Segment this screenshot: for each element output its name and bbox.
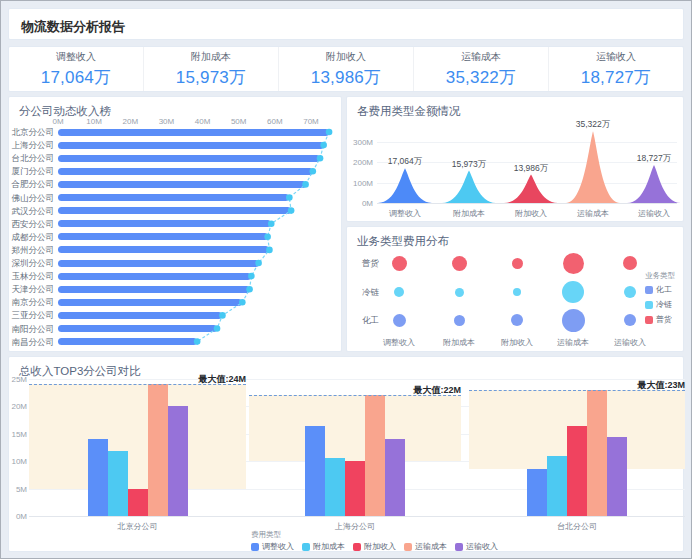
x-axis-category: 台北分公司 [532,521,622,532]
bubble[interactable] [624,314,636,326]
legend-item[interactable]: 冷链 [645,299,675,310]
bubble[interactable] [393,314,406,327]
series-bar[interactable] [345,461,365,516]
bubble[interactable] [511,314,523,326]
gridline [377,203,677,204]
bubble[interactable] [512,258,523,269]
rank-bar[interactable] [58,207,291,214]
series-bar[interactable] [365,395,385,516]
rank-bar[interactable] [58,338,197,345]
legend-items-row: 调整收入附加成本附加收入运输成本运输收入 [251,541,498,552]
series-bar[interactable] [527,469,547,516]
x-axis-tick: 30M [154,117,178,126]
legend-item-label: 运输收入 [466,541,498,552]
rank-bar[interactable] [58,142,324,149]
rank-bar[interactable] [58,194,289,201]
series-bar[interactable] [385,439,405,516]
rank-bar[interactable] [58,299,242,306]
kpi-value: 17,064万 [41,66,111,89]
series-bar[interactable] [168,406,188,516]
row-label: 郑州分公司 [9,245,54,257]
x-axis-tick: 10M [82,117,106,126]
x-axis-category: 附加收入 [489,337,545,348]
mark-area [249,395,461,461]
y-axis-tick: 20M [3,402,27,411]
kpi-bar: 调整收入 17,064万 附加成本 15,973万 附加收入 13,986万 运… [8,46,684,92]
bubble[interactable] [454,315,465,326]
rank-bar[interactable] [58,312,222,319]
y-axis-tick: 0M [349,199,373,208]
business-type-bubble-chart: 普货冷链化工调整收入附加成本附加收入运输成本运输收入业务类型化工冷链普货 [347,227,683,351]
series-bar[interactable] [567,426,587,516]
bubble[interactable] [562,309,585,332]
row-label: 南昌分公司 [9,337,54,349]
branch-ranking-chart: 0M10M20M30M40M50M60M70M北京分公司上海分公司台北分公司厦门… [9,97,341,351]
series-bar[interactable] [607,437,627,516]
rank-bar[interactable] [58,286,250,293]
row-label: 化工 [351,315,379,327]
rank-bar[interactable] [58,168,313,175]
x-axis-category: 北京分公司 [93,521,183,532]
rank-bar[interactable] [58,129,329,136]
peak-value-label: 18,727万 [624,153,684,165]
x-axis-category: 运输成本 [563,208,623,219]
bubble[interactable] [513,288,521,296]
peak-value-label: 17,064万 [375,156,435,168]
panel-cost-type-amounts: 各费用类型金额情况 0M100M200M300M17,064万调整收入15,97… [346,96,684,222]
legend-item[interactable]: 调整收入 [251,541,294,552]
max-value-label: 最大值:24M [166,373,246,386]
row-label: 冷链 [351,287,379,299]
legend-item[interactable]: 普货 [645,314,675,325]
rank-bar[interactable] [58,220,271,227]
row-label: 厦门分公司 [9,166,54,178]
series-bar[interactable] [88,439,108,516]
series-bar[interactable] [547,456,567,516]
kpi-value: 35,322万 [446,66,516,89]
bubble[interactable] [562,281,584,303]
gridline [29,516,685,517]
peak-shape [378,168,432,203]
bubble[interactable] [563,253,584,274]
rank-bar[interactable] [58,260,259,267]
row-label: 三亚分公司 [9,310,54,322]
y-axis-tick: 0M [3,512,27,521]
x-axis-category: 运输成本 [545,337,601,348]
row-label: 普货 [351,258,379,270]
y-axis-tick: 25M [3,375,27,384]
bubble[interactable] [392,256,407,271]
rank-bar[interactable] [58,155,320,162]
legend-swatch [302,543,310,551]
bubble[interactable] [452,256,467,271]
row-label: 深圳分公司 [9,258,54,270]
row-label: 北京分公司 [9,127,54,139]
series-bar[interactable] [587,390,607,516]
x-axis-tick: 70M [299,117,323,126]
bubble[interactable] [394,287,404,297]
legend-item[interactable]: 附加成本 [302,541,345,552]
rank-bar[interactable] [58,233,268,240]
rank-bar[interactable] [58,325,217,332]
x-axis-tick: 40M [191,117,215,126]
series-bar[interactable] [128,489,148,516]
series-bar[interactable] [325,458,345,516]
rank-bar[interactable] [58,181,306,188]
bubble[interactable] [623,256,637,270]
legend-item[interactable]: 化工 [645,284,675,295]
row-label: 佛山分公司 [9,193,54,205]
legend-swatch [645,286,653,294]
series-bar[interactable] [148,384,168,516]
bubble[interactable] [455,288,464,297]
rank-bar[interactable] [58,273,251,280]
legend-title: 业务类型 [645,271,675,281]
rank-bar[interactable] [58,246,269,253]
x-axis-category: 附加收入 [501,208,561,219]
legend-item[interactable]: 运输收入 [455,541,498,552]
row-label: 玉林分公司 [9,271,54,283]
series-bar[interactable] [108,451,128,516]
bubble[interactable] [624,286,636,298]
series-bar[interactable] [305,426,325,516]
legend-item[interactable]: 运输成本 [404,541,447,552]
legend-item[interactable]: 附加收入 [353,541,396,552]
kpi-label: 附加成本 [191,50,231,64]
legend-item-label: 附加收入 [364,541,396,552]
